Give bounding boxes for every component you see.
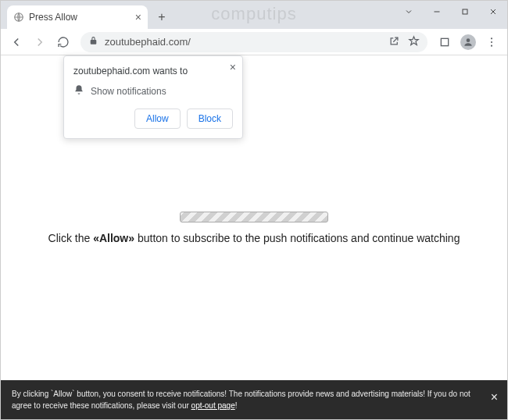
- instruction-text: Click the «Allow» button to subscribe to…: [1, 232, 507, 244]
- page-center: Click the «Allow» button to subscribe to…: [1, 212, 507, 244]
- block-button[interactable]: Block: [187, 109, 233, 129]
- close-icon[interactable]: ×: [230, 61, 236, 73]
- allow-button[interactable]: Allow: [134, 109, 181, 129]
- share-icon[interactable]: [388, 35, 400, 49]
- watermark: computips: [211, 4, 296, 24]
- chevron-down-icon[interactable]: [395, 1, 423, 23]
- close-window-button[interactable]: [479, 1, 507, 23]
- toolbar: zoutubephaid.com/: [1, 29, 507, 55]
- instruction-prefix: Click the: [48, 232, 94, 244]
- reload-button[interactable]: [52, 31, 74, 53]
- minimize-button[interactable]: [423, 1, 451, 23]
- extensions-icon[interactable]: [434, 31, 456, 53]
- forward-button[interactable]: [29, 31, 51, 53]
- menu-dots-icon[interactable]: [481, 31, 503, 53]
- consent-suffix: !: [235, 401, 238, 410]
- globe-icon: [13, 12, 24, 23]
- address-bar[interactable]: zoutubephaid.com/: [80, 32, 428, 52]
- loading-bar: [180, 212, 328, 222]
- permission-row: Show notifications: [73, 84, 233, 98]
- opt-out-link[interactable]: opt-out page: [191, 401, 235, 410]
- consent-text: By clicking `Allow` button, you consent …: [12, 390, 470, 410]
- permission-dialog: × zoutubephaid.com wants to Show notific…: [63, 55, 243, 139]
- back-button[interactable]: [5, 31, 27, 53]
- page-content: × zoutubephaid.com wants to Show notific…: [1, 55, 507, 419]
- svg-rect-5: [441, 38, 448, 45]
- consent-bar: × By clicking `Allow` button, you consen…: [1, 380, 507, 419]
- bell-icon: [73, 84, 84, 98]
- instruction-suffix: button to subscribe to the push notifica…: [134, 232, 460, 244]
- tab-title: Press Allow: [29, 12, 77, 23]
- new-tab-button[interactable]: +: [152, 8, 171, 27]
- svg-point-6: [467, 38, 470, 42]
- lock-icon: [88, 36, 98, 48]
- svg-rect-2: [463, 9, 467, 14]
- browser-tab[interactable]: Press Allow ×: [7, 5, 148, 29]
- svg-point-7: [491, 37, 492, 39]
- omnibox-actions: [388, 35, 420, 49]
- profile-avatar[interactable]: [457, 31, 479, 53]
- close-icon[interactable]: ×: [491, 388, 498, 407]
- bookmark-star-icon[interactable]: [408, 35, 420, 49]
- titlebar: computips Press Allow × +: [1, 1, 507, 29]
- window-controls: [395, 1, 507, 23]
- instruction-bold: «Allow»: [93, 232, 134, 244]
- svg-point-9: [491, 44, 492, 46]
- url-text: zoutubephaid.com/: [105, 36, 191, 48]
- permission-label: Show notifications: [91, 86, 166, 97]
- maximize-button[interactable]: [451, 1, 479, 23]
- close-icon[interactable]: ×: [135, 11, 141, 23]
- svg-point-8: [491, 41, 492, 42]
- permission-origin: zoutubephaid.com wants to: [73, 66, 233, 77]
